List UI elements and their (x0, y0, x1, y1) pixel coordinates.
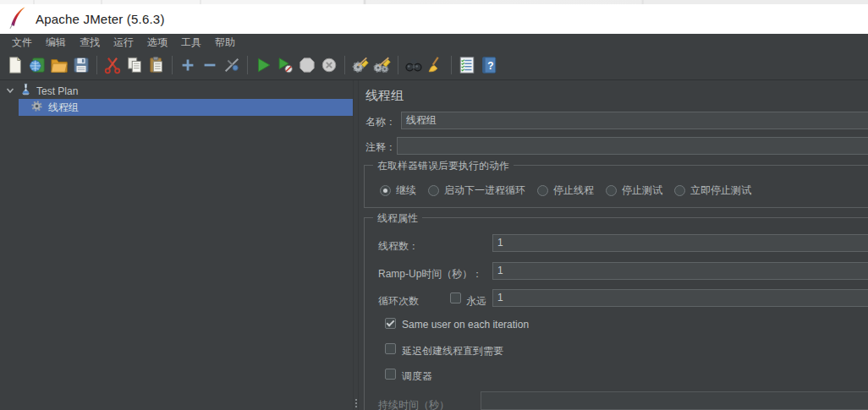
menu-help[interactable]: 帮助 (208, 36, 242, 50)
start-no-timers-icon[interactable] (274, 54, 296, 76)
start-icon[interactable] (252, 54, 274, 76)
jmeter-window: Apache JMeter (5.6.3) 文件 编辑 查找 运行 选项 工具 … (0, 0, 868, 410)
menu-search[interactable]: 查找 (73, 36, 107, 50)
toggle-icon[interactable] (221, 54, 243, 76)
radio-button[interactable] (537, 185, 548, 196)
menu-file[interactable]: 文件 (5, 36, 39, 50)
toolbar-separator (451, 56, 452, 74)
radio-button[interactable] (380, 185, 391, 196)
same-user-label: Same user on each iteration (402, 319, 529, 331)
chevron-down-icon[interactable] (5, 84, 15, 99)
jmeter-feather-logo-icon (8, 6, 27, 33)
add-icon[interactable] (177, 54, 199, 76)
svg-text:?: ? (487, 60, 493, 72)
duration-label: 持续时间（秒） (378, 398, 449, 410)
title-bar: Apache JMeter (5.6.3) (0, 4, 868, 34)
radio-label: 继续 (396, 183, 416, 198)
cut-icon[interactable] (102, 54, 124, 76)
test-plan-flask-icon (19, 83, 32, 99)
radio-option-continue[interactable]: 继续 (380, 183, 416, 198)
clear-all-icon[interactable] (371, 54, 393, 76)
function-helper-icon[interactable] (456, 54, 478, 76)
paste-icon[interactable] (146, 54, 168, 76)
test-plan-tree: Test Plan 线程组 (0, 80, 353, 410)
radio-option-stop-test[interactable]: 停止测试 (606, 183, 662, 198)
radio-button[interactable] (606, 185, 617, 196)
delay-thread-creation-checkbox[interactable] (385, 343, 396, 354)
templates-icon[interactable] (26, 54, 48, 76)
threads-count-label: 线程数： (378, 239, 419, 254)
save-icon[interactable] (70, 54, 92, 76)
same-user-checkbox[interactable] (385, 318, 396, 329)
remove-icon[interactable] (199, 54, 221, 76)
forever-label: 永远 (466, 294, 486, 309)
radio-option-stop-test-now[interactable]: 立即停止测试 (674, 183, 751, 198)
thread-properties-group: 线程属性 线程数： 1 Ramp-Up时间（秒）： 1 循环次数 永远 1 Sa… (364, 217, 868, 410)
loop-count-label: 循环次数 (378, 294, 419, 309)
gear-icon (30, 100, 43, 116)
duration-input[interactable] (481, 391, 868, 410)
delay-thread-creation-label: 延迟创建线程直到需要 (402, 344, 503, 358)
menu-bar: 文件 编辑 查找 运行 选项 工具 帮助 (0, 34, 868, 51)
toolbar-separator (247, 56, 248, 74)
radio-button[interactable] (674, 185, 685, 196)
rampup-input[interactable]: 1 (492, 262, 868, 280)
radio-label: 停止线程 (553, 183, 594, 198)
stop-icon[interactable] (296, 54, 318, 76)
page-title: 线程组 (365, 88, 404, 104)
thread-group-config-panel: 线程组 名称： 线程组 注释： 在取样器错误后要执行的动作 继续 启动下一进程循… (359, 80, 868, 410)
clear-icon[interactable] (349, 54, 371, 76)
menu-run[interactable]: 运行 (107, 36, 140, 50)
tree-node-test-plan[interactable]: Test Plan (0, 83, 353, 99)
main-area: Test Plan 线程组 线程组 名称： 线程组 注释： 在取样器错误后要执行… (0, 80, 868, 410)
scheduler-label: 调度器 (402, 369, 432, 384)
split-pane-divider[interactable] (353, 80, 359, 410)
tree-node-thread-group-selected[interactable]: 线程组 (19, 99, 353, 116)
radio-option-stop-thread[interactable]: 停止线程 (537, 183, 594, 198)
menu-options[interactable]: 选项 (140, 36, 174, 50)
open-folder-icon[interactable] (48, 54, 70, 76)
copy-icon[interactable] (124, 54, 146, 76)
comment-input[interactable] (397, 137, 868, 155)
help-icon[interactable]: ? (478, 54, 500, 76)
toolbar-separator (96, 56, 97, 74)
toolbar: ? (0, 51, 868, 80)
window-title: Apache JMeter (5.6.3) (36, 12, 165, 26)
name-input[interactable]: 线程组 (401, 112, 868, 129)
forever-checkbox[interactable] (450, 292, 461, 303)
scheduler-checkbox[interactable] (385, 369, 396, 380)
group-legend: 在取样器错误后要执行的动作 (373, 159, 514, 173)
radio-option-start-next-loop[interactable]: 启动下一进程循环 (428, 183, 525, 198)
sampler-error-action-group: 在取样器错误后要执行的动作 继续 启动下一进程循环 停止线程 (364, 165, 868, 208)
comment-label: 注释： (365, 140, 396, 155)
rampup-label: Ramp-Up时间（秒）： (378, 267, 482, 282)
menu-tools[interactable]: 工具 (174, 36, 208, 50)
search-icon[interactable] (403, 54, 425, 76)
new-file-icon[interactable] (4, 54, 26, 76)
toolbar-separator (172, 56, 173, 74)
radio-button[interactable] (428, 185, 439, 196)
radio-label: 启动下一进程循环 (444, 183, 525, 198)
radio-label: 立即停止测试 (690, 183, 751, 198)
divider-grip-dots (355, 399, 357, 407)
tree-node-label[interactable]: 线程组 (48, 101, 79, 115)
loop-count-input[interactable]: 1 (492, 289, 868, 307)
threads-count-input[interactable]: 1 (492, 234, 868, 252)
shutdown-icon[interactable] (318, 54, 340, 76)
toolbar-separator (344, 56, 345, 74)
radio-label: 停止测试 (622, 183, 662, 198)
toolbar-separator (398, 56, 398, 74)
menu-edit[interactable]: 编辑 (39, 36, 73, 50)
tree-node-label[interactable]: Test Plan (36, 85, 78, 97)
group-legend: 线程属性 (373, 211, 422, 226)
search-reset-icon[interactable] (425, 54, 447, 76)
name-label: 名称： (365, 115, 396, 129)
error-action-radio-row: 继续 启动下一进程循环 停止线程 停止测试 (380, 183, 751, 198)
